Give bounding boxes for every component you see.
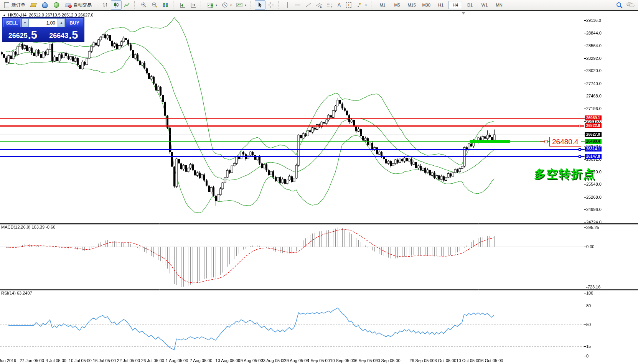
macd-indicator-label: MACD(12,26,9) 103.39 -0.60 [1,225,55,229]
zoom-in-button[interactable] [138,0,149,10]
volume-decrease-button[interactable]: ▼ [21,18,28,27]
zoom-out-button[interactable] [149,0,160,10]
time-axis-label: 4 Jul 05:00 [46,358,66,363]
sell-price-fraction: .5 [28,30,37,40]
timeframe-button-W1[interactable]: W1 [478,1,491,9]
main-toolbar: 新订单 自动交易 [0,0,638,10]
line-chart-icon [124,2,130,8]
horizontal-line-tool[interactable] [292,0,303,10]
timeframe-button-H1[interactable]: H1 [434,1,448,9]
buy-button[interactable]: BUY [66,18,83,27]
sell-price[interactable]: 26625 .5 [2,28,43,41]
community-icon [42,2,48,8]
time-axis-label: 16 Jul 05:00 [93,358,116,363]
timeframe-button-MN[interactable]: MN [492,1,506,9]
timeframe-button-M30[interactable]: M30 [419,1,433,9]
time-axis-label: 7 Aug 05:00 [190,358,213,363]
turning-point-annotation[interactable]: 多空转折点 [534,166,595,182]
line-chart-button[interactable] [122,0,132,10]
toolbar-separator [251,1,253,9]
volume-increase-button[interactable]: ▲ [58,18,65,27]
fibonacci-tool[interactable]: F [325,0,335,10]
one-click-trading-panel: SELL ▼ ▲ BUY 26625 .5 26643 .5 [2,17,84,42]
candlestick-chart-button[interactable] [111,0,122,10]
timeframe-button-M5[interactable]: M5 [390,1,404,9]
autotrading-button[interactable]: 自动交易 [62,0,94,10]
candlestick-chart-icon [113,2,119,8]
toolbar-separator [96,1,98,9]
volume-input[interactable] [29,20,58,26]
periods-clock-icon [222,2,228,8]
timeframe-button-M15[interactable]: M15 [405,1,419,9]
auto-scroll-button[interactable] [177,0,188,10]
time-axis-label: 20 Sep 05:00 [375,358,400,363]
price-level-label: 26822.8 [585,123,602,128]
buy-price[interactable]: 26643 .5 [43,28,84,41]
new-order-button[interactable]: 新订单 [1,0,28,10]
time-axis-label: 16 Oct 05:00 [479,358,503,363]
time-axis-label: 10 Sep 05:00 [330,358,355,363]
macd-axis-min: -723.16 [586,285,600,289]
timeframe-group: M1M5M15M30H1H4D1W1MN [374,0,508,10]
rsi-axis-tick: 15 [586,344,591,349]
shapes-icon [357,2,363,8]
timeframe-button-M1[interactable]: M1 [376,1,389,9]
templates-icon [236,2,242,8]
community-button[interactable] [39,0,51,10]
rsi-axis-tick: 80 [586,303,591,308]
templates-button[interactable]: ▾ [234,0,249,10]
time-axis-label: 27 Jun 05:00 [20,358,44,363]
sell-button[interactable]: SELL [3,18,21,27]
price-axis-tick: 27196.0 [586,106,602,111]
timeframe-button-D1[interactable]: D1 [463,1,477,9]
tile-windows-button[interactable] [160,0,171,10]
chart-shift-marker-icon[interactable] [462,12,465,15]
price-level-label: 26989.1 [585,115,602,120]
time-axis-label: 3 Oct 05:00 [435,358,457,363]
channel-tool[interactable]: E [314,0,325,10]
shapes-caret-icon: ▾ [365,3,367,7]
time-axis-label: 10 Jul 05:00 [69,358,92,363]
chart-shift-button[interactable] [188,0,199,10]
vertical-line-tool[interactable] [282,0,292,10]
price-axis-tick: 28564.0 [586,43,602,48]
price-axis-tick: 25268.0 [586,195,602,199]
signals-button[interactable] [51,0,62,10]
text-label-icon: T [346,2,351,8]
macd-axis-zero: 0.00 [586,244,594,249]
market-watch-button[interactable] [28,0,39,10]
toolbar-separator [278,1,280,9]
shapes-tool[interactable]: ▾ [354,0,369,10]
chat-icon[interactable] [626,2,635,8]
vertical-line-icon [285,2,290,8]
toolbar-separator [134,1,137,9]
chart-ohlc-values: 26512.0 26710.5 26512.0 26627.0 [29,13,93,17]
cursor-button[interactable] [255,0,265,10]
indicators-icon [207,2,213,8]
timeframe-button-H4[interactable]: H4 [448,1,462,9]
search-icon[interactable] [616,2,623,8]
price-axis-tick: 24996.0 [586,207,602,212]
toolbar-separator [201,1,203,9]
time-axis-label: 1 Aug 05:00 [166,358,188,363]
price-level-annotation[interactable]: 26480.4 [549,137,581,147]
time-axis-label: 26 Jul 05:00 [141,358,164,363]
autotrading-icon [65,3,71,7]
trendline-tool[interactable] [303,0,314,10]
bar-chart-icon [102,2,109,8]
crosshair-button[interactable] [265,0,276,10]
autotrading-label: 自动交易 [73,2,92,8]
zoom-in-icon [141,2,147,8]
toolbar-separator [371,1,373,9]
time-axis-label: 26 Sep 05:00 [409,358,434,363]
toolbar-separator [173,1,175,9]
text-label-tool[interactable]: T [343,0,354,10]
time-axis-label: 29 Aug 05:00 [284,358,309,363]
text-tool[interactable]: A [335,0,343,10]
periods-button[interactable]: ▾ [219,0,234,10]
price-level-label: 26627.0 [585,132,602,137]
indicators-button[interactable]: ▾ [205,0,219,10]
price-axis-tick: 27740.0 [586,81,602,86]
svg-text:E: E [320,5,322,8]
bar-chart-button[interactable] [100,0,111,10]
